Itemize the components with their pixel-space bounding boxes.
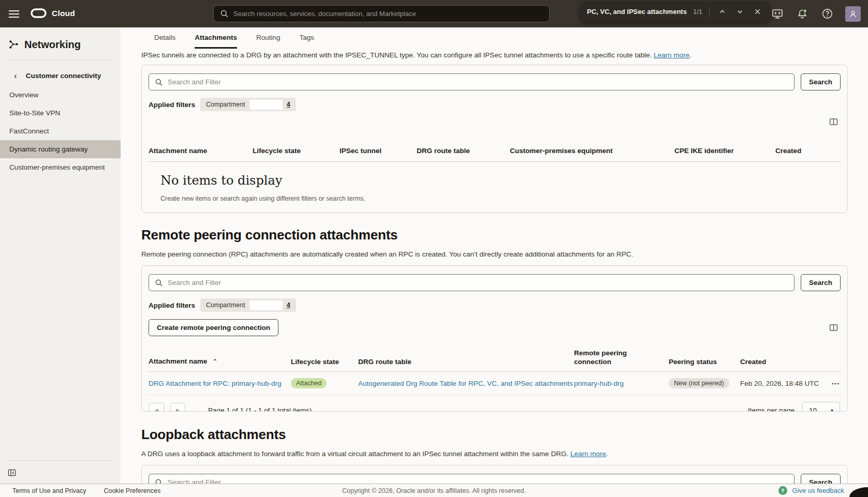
column-header-attachment-name[interactable]: Attachment name⌃ xyxy=(149,357,291,366)
column-header: IPSec tunnel xyxy=(340,146,417,155)
sidebar-item-dynamic-routing-gateway[interactable]: Dynamic routing gateway xyxy=(0,140,121,158)
ipsec-table-tools xyxy=(149,114,841,129)
notifications-button[interactable] xyxy=(796,7,809,21)
cloud-shell-button[interactable] xyxy=(771,7,784,21)
filter-chip-value xyxy=(249,300,283,310)
terms-link[interactable]: Terms of Use and Privacy xyxy=(12,487,86,494)
sidebar-back-link[interactable]: ‹ Customer connectivity xyxy=(0,61,121,80)
rpc-search-field xyxy=(149,274,795,291)
filter-chip-name: Compartment xyxy=(206,101,245,108)
ipsec-search-button[interactable]: Search xyxy=(801,73,841,91)
rpc-search-row: Search xyxy=(149,274,841,291)
column-header[interactable]: Peering status xyxy=(669,357,740,366)
empty-state-subtitle: Create new items or search again using d… xyxy=(160,195,841,202)
column-header[interactable]: Lifecycle state xyxy=(291,357,358,366)
ipsec-search-input[interactable] xyxy=(168,78,788,86)
loopback-search-button[interactable]: Search xyxy=(801,474,841,484)
feedback-help-icon: ? xyxy=(778,486,787,495)
compartment-filter-chip[interactable]: Compartment 4 xyxy=(200,98,296,111)
sidebar-bottom xyxy=(0,451,121,484)
find-query: PC, VC, and IPSec attachments xyxy=(587,8,687,16)
column-settings-button[interactable] xyxy=(826,114,841,129)
sort-ascending-icon: ⌃ xyxy=(212,358,217,365)
global-search xyxy=(213,5,550,22)
sidebar: Networking ‹ Customer connectivity Overv… xyxy=(0,27,121,484)
tab-attachments[interactable]: Attachments xyxy=(195,34,237,49)
chevron-left-icon: ‹ xyxy=(14,72,17,80)
divider xyxy=(8,460,113,461)
loopback-search-input[interactable] xyxy=(168,478,788,484)
sidebar-item-fastconnect[interactable]: FastConnect xyxy=(0,122,121,140)
close-icon xyxy=(754,8,761,16)
tab-tags[interactable]: Tags xyxy=(300,34,315,49)
sidebar-item-overview[interactable]: Overview xyxy=(0,86,121,104)
footer-links: Terms of Use and Privacy Cookie Preferen… xyxy=(12,487,160,494)
status-badge-new: New (not peered) xyxy=(669,378,729,388)
column-header[interactable]: Remote peering connection xyxy=(574,349,669,366)
ipsec-description-text: IPSec tunnels are connected to a DRG by … xyxy=(141,51,654,59)
give-feedback-link[interactable]: Give us feedback xyxy=(792,487,844,494)
column-header: CPE IKE identifier xyxy=(674,146,775,155)
ipsec-applied-filters: Applied filters Compartment 4 xyxy=(149,98,841,111)
sidebar-collapse-button[interactable] xyxy=(7,468,17,477)
search-icon xyxy=(155,279,163,287)
rpc-search-input[interactable] xyxy=(168,279,788,287)
loopback-section-title: Loopback attachments xyxy=(141,427,848,443)
chevron-down-icon xyxy=(736,8,744,16)
tab-details[interactable]: Details xyxy=(154,34,175,49)
brand[interactable]: Cloud xyxy=(30,7,75,20)
ipsec-attachments-panel: Search Applied filters Compartment 4 xyxy=(141,65,848,213)
search-icon xyxy=(155,478,163,484)
sidebar-item-site-to-site-vpn[interactable]: Site-to-Site VPN xyxy=(0,104,121,122)
previous-page-button[interactable]: ◀ xyxy=(149,403,164,412)
period: . xyxy=(689,51,692,59)
tab-routing[interactable]: Routing xyxy=(256,34,281,49)
loopback-learn-more-link[interactable]: Learn more xyxy=(570,450,606,458)
create-remote-peering-connection-button[interactable]: Create remote peering connection xyxy=(149,319,278,336)
compartment-filter-chip[interactable]: Compartment 4 xyxy=(200,298,296,312)
find-close-button[interactable] xyxy=(751,6,763,18)
find-previous-button[interactable] xyxy=(716,6,729,18)
filter-chip-count[interactable]: 4 xyxy=(287,302,290,309)
filter-chip-count[interactable]: 4 xyxy=(287,101,290,108)
brand-label: Cloud xyxy=(52,9,75,18)
column-header[interactable]: DRG route table xyxy=(358,357,574,366)
loopback-attachments-panel: Search Applied filters Compartment xyxy=(141,465,848,484)
column-header[interactable]: Created xyxy=(740,357,831,366)
column-header: Customer-premises equipment xyxy=(510,146,674,155)
applied-filters-label: Applied filters xyxy=(149,302,195,309)
sidebar-nav: Overview Site-to-Site VPN FastConnect Dy… xyxy=(0,86,121,176)
user-avatar-icon xyxy=(848,9,858,19)
column-settings-button[interactable] xyxy=(826,321,841,335)
rpc-table-tools: Create remote peering connection xyxy=(149,319,841,336)
help-icon xyxy=(821,8,833,20)
search-icon xyxy=(220,9,229,18)
drg-route-table-link[interactable]: Autogenerated Drg Route Table for RPC, V… xyxy=(358,380,573,387)
peering-status-cell: New (not peered) xyxy=(669,378,740,388)
find-next-button[interactable] xyxy=(734,6,746,18)
main-content: Details Attachments Routing Tags IPSec t… xyxy=(121,27,868,484)
ellipsis-icon: ⋯ xyxy=(831,379,840,388)
columns-icon xyxy=(829,323,838,333)
topbar-actions xyxy=(771,0,861,27)
menu-button[interactable] xyxy=(8,8,21,20)
rpc-search-button[interactable]: Search xyxy=(801,274,841,291)
divider xyxy=(709,6,710,18)
bell-icon xyxy=(796,8,808,20)
remote-peering-connection-link[interactable]: primary-hub-drg xyxy=(574,380,624,387)
loopback-section-description: A DRG uses a loopback attachment to forw… xyxy=(141,449,848,459)
items-per-page-select[interactable]: 10 ▾ xyxy=(802,402,840,412)
loopback-search-field xyxy=(149,474,795,484)
rpc-section-title: Remote peering connection attachments xyxy=(141,227,848,243)
ipsec-learn-more-link[interactable]: Learn more xyxy=(654,51,689,59)
cookie-preferences-link[interactable]: Cookie Preferences xyxy=(104,487,160,494)
global-search-input[interactable] xyxy=(233,10,543,18)
remote-peering-connection-cell: primary-hub-drg xyxy=(574,380,669,387)
user-menu-button[interactable] xyxy=(845,6,861,22)
loopback-description-text: A DRG uses a loopback attachment to forw… xyxy=(141,450,570,458)
help-button[interactable] xyxy=(820,7,834,21)
sidebar-item-customer-premises-equipment[interactable]: Customer-premises equipment xyxy=(0,158,121,176)
next-page-button[interactable]: ▶ xyxy=(170,403,185,412)
attachment-name-link[interactable]: DRG Attachment for RPC: primary-hub-drg xyxy=(149,380,282,387)
row-actions-menu-button[interactable]: ⋯ xyxy=(831,379,834,388)
